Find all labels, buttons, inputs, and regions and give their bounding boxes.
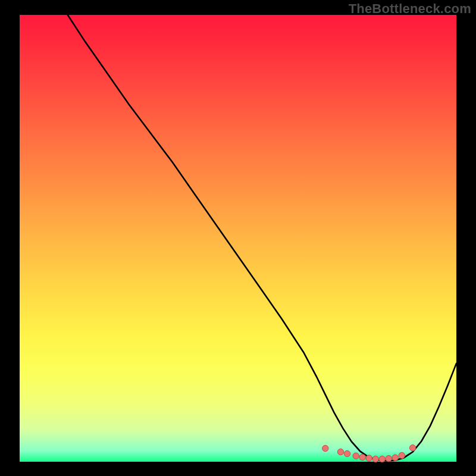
curve-dot xyxy=(353,453,359,459)
plot-area xyxy=(20,15,456,462)
curve-dots xyxy=(322,445,416,462)
curve-dot xyxy=(409,445,415,451)
curve-dot xyxy=(322,445,328,451)
curve-dot xyxy=(379,456,385,462)
curve-dot xyxy=(399,452,405,458)
curve-dot xyxy=(366,455,372,461)
curve-dot xyxy=(372,456,378,462)
curve-layer xyxy=(20,15,456,462)
chart-frame: TheBottleneck.com xyxy=(0,0,476,476)
curve-dot xyxy=(392,455,398,461)
curve-dot xyxy=(386,456,392,462)
curve-dot xyxy=(344,450,350,456)
curve-dot xyxy=(337,449,343,455)
curve-dot xyxy=(359,454,365,460)
bottleneck-curve xyxy=(68,15,456,461)
